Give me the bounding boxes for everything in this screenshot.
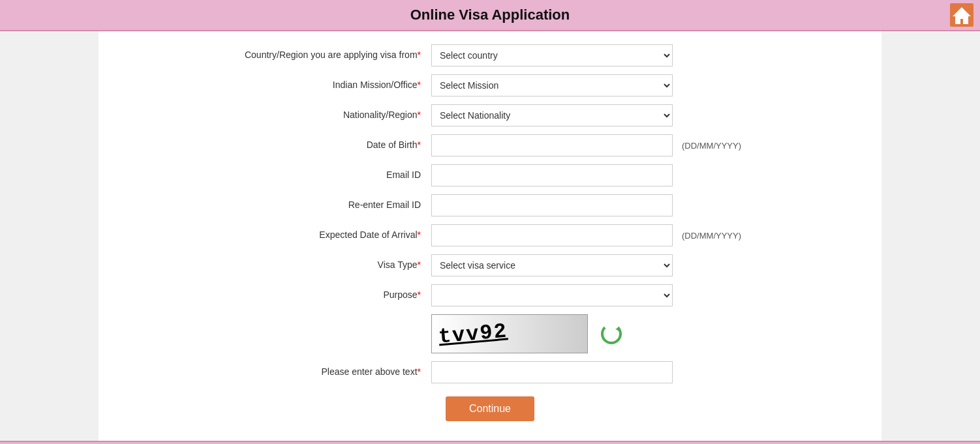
captcha-display: tvv92	[438, 319, 509, 349]
country-required: *	[418, 50, 421, 60]
captcha-row: tvv92	[196, 314, 784, 353]
re-email-row: Re-enter Email ID	[196, 194, 784, 216]
email-row: Email ID	[196, 164, 784, 186]
email-input[interactable]	[431, 164, 673, 186]
dob-hint: (DD/MM/YYYY)	[682, 141, 741, 151]
nationality-row: Nationality/Region* Select Nationality	[196, 104, 784, 126]
home-icon[interactable]	[950, 3, 973, 27]
arrival-required: *	[418, 229, 421, 240]
form-container: Country/Region you are applying visa fro…	[196, 44, 784, 421]
purpose-row: Purpose*	[196, 284, 784, 306]
purpose-label: Purpose*	[196, 289, 431, 302]
header-title: Online Visa Application	[410, 7, 570, 23]
re-email-input[interactable]	[431, 194, 673, 216]
dob-required: *	[418, 140, 421, 150]
purpose-select[interactable]	[431, 284, 673, 306]
country-select[interactable]: Select country	[431, 44, 673, 67]
mission-row: Indian Mission/Office* Select Mission	[196, 74, 784, 96]
nationality-select[interactable]: Select Nationality	[431, 104, 673, 126]
arrival-label: Expected Date of Arrival*	[196, 229, 431, 242]
footer-bar: Online Visa Application	[0, 441, 980, 444]
mission-required: *	[418, 80, 421, 90]
re-email-label: Re-enter Email ID	[196, 199, 431, 212]
arrival-hint: (DD/MM/YYYY)	[682, 231, 741, 241]
country-row: Country/Region you are applying visa fro…	[196, 44, 784, 67]
visa-type-select[interactable]: Select visa service	[431, 254, 673, 276]
country-label: Country/Region you are applying visa fro…	[196, 49, 431, 62]
arrival-input[interactable]	[431, 224, 673, 246]
refresh-icon	[601, 323, 622, 344]
header-bar: Online Visa Application	[0, 0, 980, 31]
email-label: Email ID	[196, 169, 431, 182]
visa-type-label: Visa Type*	[196, 259, 431, 272]
arrival-row: Expected Date of Arrival* (DD/MM/YYYY)	[196, 224, 784, 246]
visa-type-required: *	[418, 259, 421, 270]
dob-label: Date of Birth*	[196, 139, 431, 152]
captcha-image: tvv92	[431, 314, 588, 353]
captcha-input[interactable]	[431, 361, 673, 383]
continue-button[interactable]: Continue	[446, 396, 534, 421]
captcha-input-row: Please enter above text*	[196, 361, 784, 383]
nationality-label: Nationality/Region*	[196, 109, 431, 122]
dob-input[interactable]	[431, 134, 673, 156]
continue-row: Continue	[196, 396, 784, 421]
dob-row: Date of Birth* (DD/MM/YYYY)	[196, 134, 784, 156]
visa-type-row: Visa Type* Select visa service	[196, 254, 784, 276]
captcha-input-label: Please enter above text*	[196, 366, 431, 379]
purpose-required: *	[418, 289, 421, 300]
mission-select[interactable]: Select Mission	[431, 74, 673, 96]
captcha-required: *	[418, 366, 421, 377]
main-content: Country/Region you are applying visa fro…	[99, 31, 881, 441]
mission-label: Indian Mission/Office*	[196, 79, 431, 92]
nationality-required: *	[418, 110, 421, 120]
refresh-captcha-button[interactable]	[598, 321, 624, 347]
